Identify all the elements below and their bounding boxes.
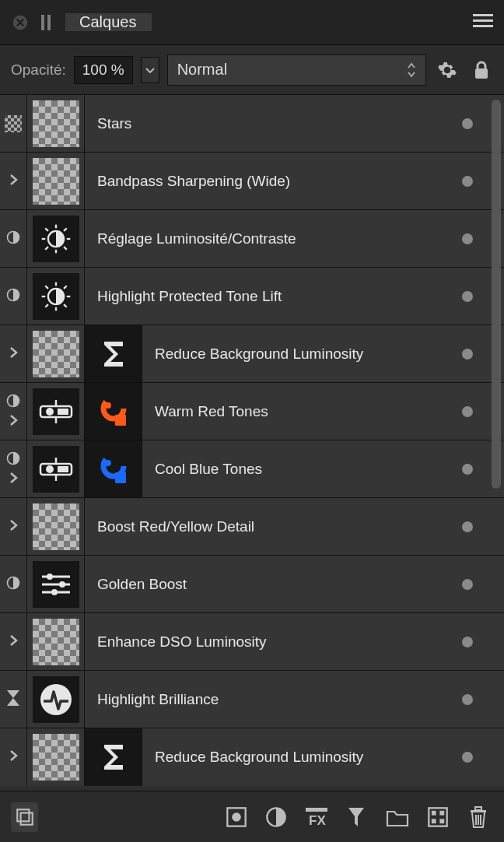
new-pixel-layer-icon[interactable]: [423, 802, 453, 832]
layer-name[interactable]: Reduce Background Luminosity: [142, 749, 462, 766]
layer-name[interactable]: Boost Red/Yellow Detail: [85, 518, 462, 535]
layer-name[interactable]: Highlight Protected Tone Lift: [85, 288, 462, 305]
layer-thumbnail[interactable]: [27, 153, 85, 209]
layer-name[interactable]: Reduce Background Luminosity: [142, 346, 462, 363]
layer-flags[interactable]: [0, 325, 27, 382]
options-bar: Opacité: 100 % Normal: [0, 45, 504, 95]
svg-rect-5: [473, 25, 493, 27]
layer-name[interactable]: Enhance DSO Luminosity: [85, 633, 462, 651]
layers-panel: StarsBandpass Sharpening (Wide)Réglage L…: [0, 95, 504, 791]
layer-row[interactable]: Cool Blue Tones: [0, 440, 504, 498]
layer-flags[interactable]: [0, 383, 27, 440]
visibility-dot[interactable]: [462, 694, 473, 705]
layer-thumbnail[interactable]: [27, 440, 85, 497]
layer-row[interactable]: Reduce Background Luminosity: [0, 325, 504, 383]
svg-line-25: [45, 304, 48, 307]
layer-flags[interactable]: [0, 153, 27, 209]
layer-stack-icon[interactable]: [11, 802, 38, 832]
layer-flags[interactable]: [0, 440, 27, 497]
layer-thumbnail[interactable]: [27, 210, 85, 267]
layer-extra-sigma[interactable]: [85, 325, 142, 382]
trash-icon[interactable]: [464, 802, 493, 832]
svg-rect-3: [473, 14, 493, 16]
visibility-dot[interactable]: [462, 233, 473, 244]
layer-name[interactable]: Stars: [85, 115, 462, 132]
layer-row[interactable]: Réglage Luminosité/Contraste: [0, 210, 504, 268]
svg-point-29: [46, 408, 54, 416]
layer-thumbnail[interactable]: [27, 728, 85, 786]
layer-thumbnail[interactable]: [27, 325, 85, 382]
svg-line-24: [64, 304, 67, 307]
layer-extra-recolor-blue[interactable]: [85, 440, 142, 497]
layer-extra-recolor-red[interactable]: [85, 383, 142, 440]
layer-flags[interactable]: [0, 268, 27, 325]
pause-icon[interactable]: [40, 15, 51, 30]
layer-flags[interactable]: [0, 95, 27, 152]
visibility-dot[interactable]: [462, 579, 473, 590]
svg-rect-4: [473, 19, 493, 22]
layer-row[interactable]: Stars: [0, 95, 504, 153]
layer-row[interactable]: Highlight Brilliance: [0, 671, 504, 728]
layer-thumbnail[interactable]: [27, 95, 85, 152]
layer-flags[interactable]: [0, 210, 27, 267]
layer-name[interactable]: Golden Boost: [85, 576, 462, 593]
svg-rect-60: [429, 808, 446, 826]
visibility-dot[interactable]: [462, 752, 473, 763]
visibility-dot[interactable]: [462, 176, 473, 187]
layer-name[interactable]: Highlight Brilliance: [85, 691, 462, 708]
layer-thumbnail[interactable]: [27, 671, 85, 728]
layer-thumbnail[interactable]: [27, 268, 85, 325]
panel-menu-icon[interactable]: [473, 13, 493, 32]
layer-flags[interactable]: [0, 556, 27, 612]
layer-thumbnail[interactable]: [27, 556, 85, 612]
svg-point-56: [232, 812, 241, 822]
svg-line-14: [64, 247, 67, 250]
scrollbar[interactable]: [492, 100, 501, 489]
blend-mode-select[interactable]: Normal: [167, 54, 426, 86]
layer-name[interactable]: Cool Blue Tones: [142, 461, 462, 478]
lock-icon[interactable]: [468, 57, 495, 83]
mask-icon[interactable]: [222, 802, 250, 832]
layer-flags[interactable]: [0, 728, 27, 786]
opacity-value[interactable]: 100 %: [74, 56, 133, 84]
svg-rect-53: [17, 809, 29, 821]
tab-layers[interactable]: Calques: [65, 13, 152, 31]
layer-flags[interactable]: [0, 613, 27, 670]
folder-icon[interactable]: [383, 802, 412, 832]
visibility-dot[interactable]: [462, 637, 473, 647]
layer-row[interactable]: Golden Boost: [0, 556, 504, 613]
close-icon[interactable]: [9, 12, 31, 33]
visibility-dot[interactable]: [462, 464, 473, 475]
layer-row[interactable]: Highlight Protected Tone Lift: [0, 268, 504, 325]
layer-row[interactable]: Bandpass Sharpening (Wide): [0, 153, 504, 210]
layer-thumbnail[interactable]: [27, 613, 85, 670]
svg-rect-64: [439, 819, 444, 823]
layer-name[interactable]: Réglage Luminosité/Contraste: [85, 230, 462, 247]
visibility-dot[interactable]: [462, 521, 473, 532]
fx-icon[interactable]: FX: [303, 802, 330, 832]
layer-flags[interactable]: [0, 498, 27, 555]
opacity-stepper[interactable]: [141, 57, 159, 83]
layer-thumbnail[interactable]: [27, 383, 85, 440]
layer-thumbnail[interactable]: [27, 498, 85, 555]
layer-row[interactable]: Reduce Background Luminosity: [0, 728, 504, 786]
visibility-dot[interactable]: [462, 291, 473, 302]
blend-mode-label: Normal: [177, 61, 227, 79]
svg-rect-35: [115, 415, 126, 426]
layer-row[interactable]: Enhance DSO Luminosity: [0, 613, 504, 671]
layer-name[interactable]: Warm Red Tones: [142, 403, 462, 420]
layer-flags[interactable]: [0, 671, 27, 728]
live-filter-icon[interactable]: [343, 802, 370, 832]
layer-row[interactable]: Boost Red/Yellow Detail: [0, 498, 504, 556]
visibility-dot[interactable]: [462, 349, 473, 360]
layer-row[interactable]: Warm Red Tones: [0, 383, 504, 440]
adjustment-icon[interactable]: [263, 802, 290, 832]
layer-name[interactable]: Bandpass Sharpening (Wide): [85, 173, 462, 190]
svg-point-49: [59, 581, 65, 588]
gear-icon[interactable]: [434, 57, 460, 83]
layer-extra-sigma[interactable]: [85, 728, 142, 786]
svg-text:FX: FX: [309, 813, 326, 827]
svg-rect-63: [432, 819, 436, 823]
visibility-dot[interactable]: [462, 118, 473, 129]
visibility-dot[interactable]: [462, 406, 473, 417]
